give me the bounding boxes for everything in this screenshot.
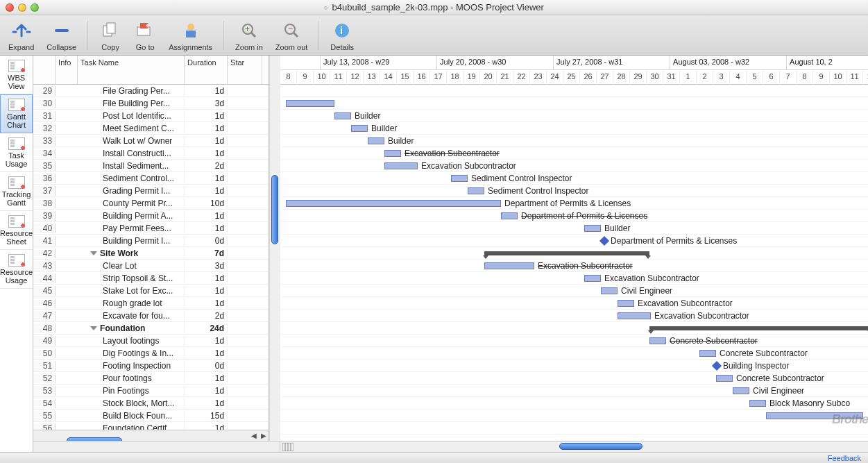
gantt-task-bar[interactable]: Civil Engineer xyxy=(601,287,618,294)
table-row[interactable]: 35Install Sediment...2d xyxy=(33,160,269,172)
gantt-row[interactable] xyxy=(280,422,868,435)
table-row[interactable]: 55Build Block Foun...15d xyxy=(33,410,269,422)
gantt-task-bar[interactable]: Builder xyxy=(351,125,368,132)
zoomout-button[interactable]: − Zoom out xyxy=(271,18,312,53)
table-row[interactable]: 53Pin Footings1d xyxy=(33,385,269,397)
gantt-row[interactable]: Excavation Subcontractor xyxy=(280,160,868,172)
disclosure-triangle-icon[interactable] xyxy=(90,326,97,330)
table-row[interactable]: 38County Permit Pr...10d xyxy=(33,197,269,210)
table-row[interactable]: 50Dig Footings & In...1d xyxy=(33,347,269,360)
gantt-row[interactable]: Civil Engineer xyxy=(280,385,868,397)
table-row[interactable]: 41Building Permit I...0d xyxy=(33,235,269,247)
gantt-task-bar[interactable]: Block Masonry Subco xyxy=(749,400,766,407)
table-row[interactable]: 56Foundation Certif...1d xyxy=(33,422,269,430)
gantt-row[interactable]: Builder xyxy=(280,122,868,135)
goto-button[interactable]: Go to xyxy=(130,18,160,53)
gantt-row[interactable]: Concrete Subcontractor xyxy=(280,347,868,360)
copy-button[interactable]: Copy xyxy=(95,18,126,53)
zoom-button[interactable] xyxy=(31,3,39,12)
table-row[interactable]: 32Meet Sediment C...1d xyxy=(33,122,269,135)
table-row[interactable]: 43Clear Lot3d xyxy=(33,260,269,272)
gantt-row[interactable]: Sediment Control Inspector xyxy=(280,172,868,185)
minimize-button[interactable] xyxy=(18,3,26,12)
gantt-row[interactable]: Concrete Subcontractor xyxy=(280,372,868,385)
gantt-row[interactable]: Excavation Subcontractor xyxy=(280,272,868,285)
gantt-row[interactable]: Department of Permits & Licenses xyxy=(280,235,868,247)
gantt-task-bar[interactable]: Excavation Subcontractor xyxy=(484,262,534,269)
gantt-task-bar[interactable]: Civil Engineer xyxy=(733,387,749,394)
gantt-task-bar[interactable]: Sediment Control Inspector xyxy=(468,187,484,194)
gantt-milestone[interactable] xyxy=(599,236,609,246)
col-duration[interactable]: Duration xyxy=(185,56,228,84)
task-table-hscroll-thumb[interactable] xyxy=(67,437,122,441)
gantt-task-bar[interactable]: Excavation Subcontractor xyxy=(384,162,418,169)
wbs-view-button[interactable]: WBS View xyxy=(0,56,33,94)
table-row[interactable]: 39Building Permit A...1d xyxy=(33,210,269,222)
table-row[interactable]: 52Pour footings1d xyxy=(33,372,269,385)
gantt-task-bar[interactable]: Builder xyxy=(368,137,384,144)
gantt-summary-bar[interactable] xyxy=(649,326,868,330)
expand-button[interactable]: Expand xyxy=(4,18,38,53)
gantt-task-bar[interactable]: Excavation Subcontractor xyxy=(384,150,401,157)
resource-sheet-button[interactable]: ResourceSheet xyxy=(0,211,33,250)
scroll-left-icon[interactable]: ◀ xyxy=(249,431,259,441)
close-button[interactable] xyxy=(6,3,14,12)
task-table-vscroll[interactable] xyxy=(269,56,280,441)
table-row[interactable]: 46Rough grade lot1d xyxy=(33,297,269,310)
gantt-row[interactable]: Excavation Subcontractor xyxy=(280,260,868,272)
col-task-name[interactable]: Task Name xyxy=(78,56,185,84)
table-row[interactable]: 33Walk Lot w/ Owner1d xyxy=(33,135,269,147)
gantt-task-bar[interactable]: Excavation Subcontractor xyxy=(584,275,601,282)
resource-usage-button[interactable]: ResourceUsage xyxy=(0,250,33,289)
gantt-row[interactable] xyxy=(280,410,868,422)
timescale-toggle[interactable] xyxy=(280,441,296,452)
gantt-row[interactable]: Civil Engineer xyxy=(280,285,868,297)
gantt-task-bar[interactable]: Department of Permits & Licenses xyxy=(286,200,501,207)
table-row[interactable]: 49Layout footings1d xyxy=(33,335,269,347)
table-row[interactable]: 54Stock Block, Mort...1d xyxy=(33,397,269,410)
gantt-task-bar[interactable]: Department of Permits & Licenses xyxy=(501,212,518,219)
gantt-task-bar[interactable]: Concrete Subcontractor xyxy=(649,337,666,344)
gantt-row[interactable]: Builder xyxy=(280,135,868,147)
table-row[interactable]: 40Pay Permit Fees...1d xyxy=(33,222,269,235)
gantt-row[interactable]: Sediment Control Inspector xyxy=(280,185,868,197)
disclosure-triangle-icon[interactable] xyxy=(90,251,97,255)
gantt-summary-bar[interactable] xyxy=(484,251,649,255)
table-row[interactable]: 47Excavate for fou...2d xyxy=(33,310,269,322)
gantt-task-bar[interactable] xyxy=(286,100,334,107)
gantt-row[interactable] xyxy=(280,322,868,335)
gantt-task-bar[interactable]: Concrete Subcontractor xyxy=(716,375,733,382)
gantt-chart-button[interactable]: GanttChart xyxy=(0,94,33,133)
table-row[interactable]: 36Sediment Control...1d xyxy=(33,172,269,185)
gantt-row[interactable]: Department of Permits & Licenses xyxy=(280,210,868,222)
task-usage-button[interactable]: TaskUsage xyxy=(0,133,33,172)
task-table-vscroll-thumb[interactable] xyxy=(271,175,278,244)
gantt-row[interactable]: Builder xyxy=(280,110,868,122)
gantt-row[interactable]: Department of Permits & Licenses xyxy=(280,197,868,210)
table-row[interactable]: 34Install Constructi...1d xyxy=(33,147,269,160)
col-id[interactable] xyxy=(33,56,56,84)
gantt-milestone[interactable] xyxy=(712,361,722,371)
gantt-row[interactable] xyxy=(280,85,868,97)
gantt-row[interactable]: Block Masonry Subco xyxy=(280,397,868,410)
gantt-row[interactable]: Building Inspector xyxy=(280,360,868,372)
col-info[interactable]: Info xyxy=(56,56,78,84)
gantt-task-bar[interactable]: Excavation Subcontractor xyxy=(618,312,651,319)
table-row[interactable]: 30File Building Per...3d xyxy=(33,97,269,110)
gantt-task-bar[interactable]: Concrete Subcontractor xyxy=(699,350,716,357)
table-row[interactable]: 44Strip Topsoil & St...1d xyxy=(33,272,269,285)
table-row[interactable]: 51Footing Inspection0d xyxy=(33,360,269,372)
zoomin-button[interactable]: + Zoom in xyxy=(231,18,267,53)
details-button[interactable]: i Details xyxy=(326,18,358,53)
tracking-gantt-button[interactable]: TrackingGantt xyxy=(0,172,33,211)
table-row[interactable]: 37Grading Permit I...1d xyxy=(33,185,269,197)
table-row[interactable]: 48Foundation24d xyxy=(33,322,269,335)
assignments-button[interactable]: Assignments xyxy=(164,18,216,53)
gantt-row[interactable]: Excavation Subcontractor xyxy=(280,310,868,322)
gantt-task-bar[interactable]: Builder xyxy=(334,112,351,119)
gantt-hscroll[interactable] xyxy=(296,441,868,452)
col-start[interactable]: Star xyxy=(228,56,262,84)
gantt-row[interactable]: Builder xyxy=(280,222,868,235)
gantt-row[interactable]: Excavation Subcontractor xyxy=(280,147,868,160)
gantt-row[interactable] xyxy=(280,97,868,110)
